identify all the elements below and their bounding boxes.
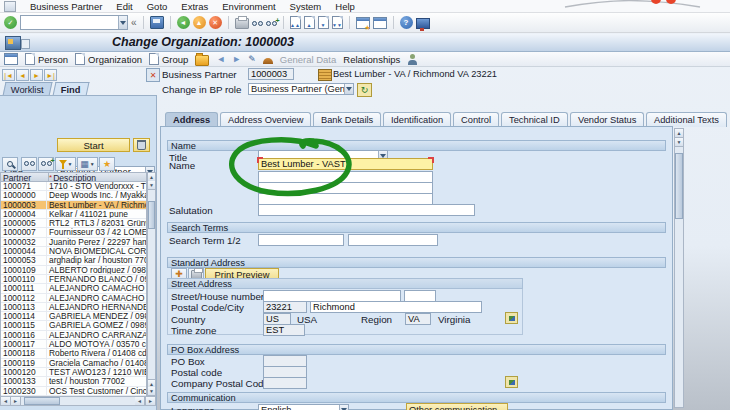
collapse-icon[interactable]: « <box>131 17 137 28</box>
print-icon[interactable] <box>235 18 249 29</box>
table-row[interactable]: 1000044 NOVA BIOMEDICAL CORPOR <box>1 247 146 256</box>
partner-icon[interactable] <box>407 54 417 65</box>
first-record-icon[interactable]: |◄ <box>2 69 15 81</box>
table-row[interactable]: 1000118 Roberto Rivera / 01408 cdmx <box>1 349 146 358</box>
find-in-list-icon[interactable] <box>21 157 37 171</box>
search-term-2-field[interactable] <box>348 234 438 246</box>
main-tab[interactable]: Address <box>165 112 218 127</box>
display-change-icon[interactable]: ✎ <box>248 54 256 64</box>
transport-zone-icon[interactable] <box>505 312 518 324</box>
name-field[interactable]: Best Lumber - VAST <box>258 158 433 170</box>
search-icon[interactable] <box>2 157 18 171</box>
organization-button[interactable]: Organization <box>75 53 142 65</box>
table-row[interactable]: 1000032 Juanito Perez / 22297 hambu <box>1 238 146 247</box>
window-icon[interactable] <box>4 53 18 65</box>
clear-button[interactable] <box>133 138 150 152</box>
local-layout-icon[interactable] <box>416 18 430 29</box>
partner-column-header[interactable]: Partner <box>1 173 49 181</box>
dropdown-arrow-icon[interactable] <box>339 405 348 410</box>
menu-item[interactable]: Extras <box>181 1 208 12</box>
transport-zone-icon[interactable] <box>505 376 518 388</box>
main-tab[interactable]: Identification <box>383 112 451 127</box>
table-row[interactable]: 1000116 ALEJANDRO CARRANZA LEO <box>1 331 146 340</box>
scroll-down-icon[interactable]: ▼ <box>148 181 155 190</box>
table-row[interactable]: 1000111 ALEJANDRO CAMACHO / 09 <box>1 284 146 293</box>
scroll-right-icon[interactable]: ► <box>145 397 155 405</box>
dropdown-arrow-icon[interactable] <box>344 84 353 94</box>
next-record-icon[interactable]: ► <box>30 69 43 81</box>
help-icon[interactable]: ? <box>400 16 413 29</box>
save-icon[interactable] <box>150 16 164 29</box>
last-record-icon[interactable]: ►| <box>44 69 57 81</box>
table-row[interactable]: 1000113 ALEJANDRO HERNANDEZ / 0 <box>1 303 146 312</box>
scrollbar-thumb[interactable] <box>675 153 683 219</box>
relationships-button[interactable]: Relationships <box>343 54 400 65</box>
table-row[interactable]: 100071 1710 - STO Vendorxxx - TES <box>1 182 146 191</box>
description-column-header[interactable]: Description <box>53 173 96 181</box>
system-menu-icon[interactable] <box>4 1 16 12</box>
scrollbar-thumb[interactable] <box>148 201 155 229</box>
table-row[interactable]: 1000114 GABRIELA MENDEZ / 09890 <box>1 312 146 321</box>
table-row[interactable]: 1000117 ALDO MOTOYA / 03570 cdm <box>1 340 146 349</box>
main-tab[interactable]: Bank Details <box>313 112 381 127</box>
create-shortcut-icon[interactable] <box>373 17 387 29</box>
scroll-down-icon[interactable]: ▼ <box>148 387 155 396</box>
first-page-icon[interactable]: ▲▲ <box>290 16 301 29</box>
title-menu-icon[interactable] <box>21 39 30 49</box>
menu-item[interactable]: Edit <box>116 1 132 12</box>
open-bp-icon[interactable] <box>195 55 209 66</box>
table-vertical-scrollbar[interactable]: ▲ ▼ ▲ ▼ <box>147 172 156 396</box>
language-select[interactable]: English <box>258 404 349 410</box>
table-row[interactable]: 1000230 OCS Test Customer / Cincinna <box>1 387 146 396</box>
enter-icon[interactable]: ✓ <box>4 16 17 29</box>
scroll-left-icon[interactable]: ◄ <box>1 397 11 405</box>
back-icon[interactable]: ◄ <box>177 16 190 29</box>
search-term-1-field[interactable] <box>258 234 344 246</box>
table-row[interactable]: 1000004 Kelkar / 411021 pune <box>1 210 146 219</box>
table-row[interactable]: 1000005 RTL2_RTL3 / 82031 Grünwal <box>1 219 146 228</box>
new-session-icon[interactable] <box>356 17 370 29</box>
scroll-up-icon[interactable]: ▲ <box>675 129 683 138</box>
change-role-icon[interactable]: ↻ <box>357 83 372 97</box>
table-row[interactable]: 1000120 TEST AWO123 / 1210 WIEN <box>1 368 146 377</box>
exit-icon[interactable]: ▲ <box>193 16 206 29</box>
locator-tab[interactable]: Worklist <box>3 82 53 96</box>
transaction-icon[interactable] <box>5 36 21 50</box>
menu-item[interactable]: System <box>290 1 322 12</box>
find-next-in-list-icon[interactable]: + <box>38 157 54 171</box>
table-row[interactable]: 1000110 FERNANDO BLANCO / 09890 <box>1 275 146 284</box>
cancel-icon[interactable]: ✕ <box>209 16 222 29</box>
next-page-icon[interactable]: ▼ <box>318 16 329 29</box>
table-row[interactable]: 1000112 ALEJANDRO CAMACHO / 09 <box>1 294 146 303</box>
main-tab[interactable]: Vendor Status <box>570 112 644 127</box>
menu-item[interactable]: Environment <box>222 1 275 12</box>
scroll-down-icon[interactable]: ▼ <box>675 138 683 147</box>
timezone-field[interactable]: EST <box>263 324 305 336</box>
main-tab[interactable]: Additional Texts <box>646 112 727 127</box>
other-communication-button[interactable]: Other communication... <box>406 403 508 410</box>
region-field[interactable]: VA <box>405 313 431 325</box>
scrollbar-thumb[interactable] <box>24 397 60 405</box>
main-tab[interactable]: Address Overview <box>220 112 311 127</box>
table-row[interactable]: 1000119 Graciela Camacho / 01408 cd <box>1 359 146 368</box>
previous-page-icon[interactable]: ▲ <box>304 16 315 29</box>
find-icon[interactable] <box>252 21 263 27</box>
bp-role-select[interactable]: Business Partner (Gen.) <box>248 83 354 95</box>
main-tab[interactable]: Technical ID <box>501 112 568 127</box>
table-row[interactable]: 1000003 Best Lumber - VA / Richmond <box>1 201 146 210</box>
table-row[interactable]: 1000053 arghadip kar / houston 77002 <box>1 256 146 265</box>
forward-arrow-icon[interactable]: ► <box>232 54 241 64</box>
menu-item[interactable]: Help <box>335 1 355 12</box>
table-row[interactable]: 1000000 Deep Woods Inc. / Myakka Ci <box>1 191 146 200</box>
find-next-icon[interactable]: + <box>266 21 277 27</box>
menu-item[interactable]: Goto <box>147 1 168 12</box>
table-row[interactable]: 1000115 GABRIELA GOMEZ / 09890 c <box>1 321 146 330</box>
back-arrow-icon[interactable]: ◄ <box>216 54 225 64</box>
postal-code-field[interactable]: 23221 <box>263 301 307 313</box>
city-field[interactable]: Richmond <box>310 301 482 313</box>
menu-item[interactable]: Business Partner <box>30 1 102 12</box>
salutation-field[interactable] <box>258 204 475 216</box>
table-row[interactable]: 1000109 ALBERTO rodriguez / 09890 <box>1 266 146 275</box>
previous-record-icon[interactable]: ◄ <box>16 69 29 81</box>
filter-icon[interactable]: ▼ <box>55 157 76 171</box>
